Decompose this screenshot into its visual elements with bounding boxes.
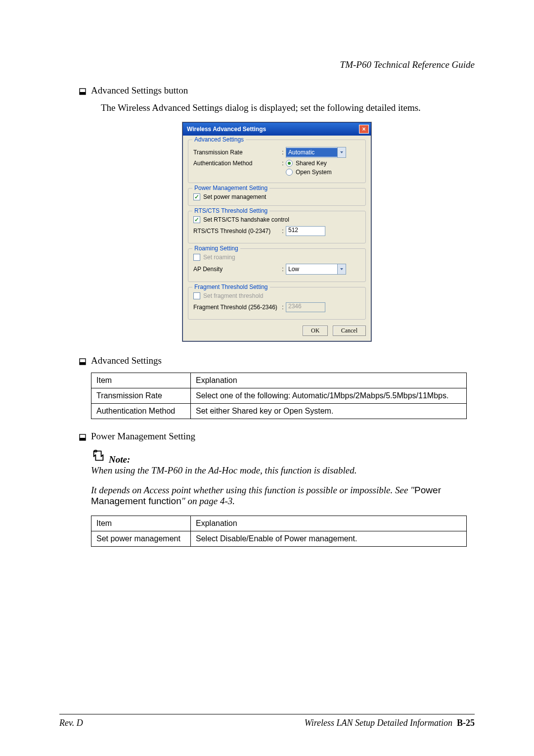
group-title: Roaming Setting <box>192 245 240 252</box>
select-value: Low <box>286 265 337 274</box>
header-item: Item <box>91 373 191 388</box>
radio-label: Open System <box>296 169 332 176</box>
group-power-management: Power Management Setting ✓ Set power man… <box>188 188 366 206</box>
rts-threshold-label: RTS/CTS Threshold (0-2347) <box>193 228 280 235</box>
chevron-down-icon <box>337 264 346 274</box>
note-icon <box>91 448 106 465</box>
checkbox-label: Set fragment threshold <box>203 292 263 299</box>
radio-shared-key[interactable]: Shared Key <box>286 160 327 167</box>
table-row: Set power management Select Disable/Enab… <box>91 531 467 547</box>
note2-post: " on page 4-3. <box>181 496 235 506</box>
checkbox-label: Set roaming <box>203 254 235 261</box>
cell-item: Transmission Rate <box>91 388 191 404</box>
footer-section: Wireless LAN Setup Detailed Information <box>305 718 452 728</box>
checkbox-set-roaming[interactable]: Set roaming <box>193 254 360 261</box>
select-value: Automatic <box>286 148 337 157</box>
transmission-rate-select[interactable]: Automatic <box>286 147 346 158</box>
cell-item: Authentication Method <box>91 404 191 419</box>
bullet-icon <box>79 355 86 368</box>
svg-rect-1 <box>80 92 86 94</box>
chevron-down-icon <box>337 147 346 157</box>
footer-page: B-25 <box>457 718 475 728</box>
group-fragment: Fragment Threshold Setting Set fragment … <box>188 287 366 320</box>
page-footer: Rev. D Wireless LAN Setup Detailed Infor… <box>59 718 475 728</box>
auth-method-label: Authentication Method <box>193 160 280 167</box>
cell-item: Set power management <box>91 531 191 547</box>
cancel-button[interactable]: Cancel <box>333 326 366 336</box>
radio-open-system[interactable]: Open System <box>286 169 332 176</box>
table-header-row: Item Explanation <box>91 516 467 531</box>
dialog-titlebar: Wireless Advanced Settings × <box>183 123 371 136</box>
bullet-icon <box>79 431 86 443</box>
fragment-threshold-label: Fragment Threshold (256-2346) <box>193 304 280 311</box>
transmission-rate-label: Transmission Rate <box>193 149 280 156</box>
power-management-table: Item Explanation Set power management Se… <box>91 516 467 547</box>
wireless-advanced-settings-dialog: Wireless Advanced Settings × Advanced Se… <box>182 122 371 341</box>
checkbox-label: Set power management <box>203 193 266 200</box>
rts-threshold-input[interactable]: 512 <box>286 226 325 236</box>
bullet-advanced-button: Advanced Settings button <box>79 85 475 97</box>
bullet-label: Power Management Setting <box>91 431 195 442</box>
ap-density-label: AP Density <box>193 266 280 273</box>
table-row: Transmission Rate Select one of the foll… <box>91 388 467 404</box>
table-header-row: Item Explanation <box>91 373 467 388</box>
dialog-title: Wireless Advanced Settings <box>187 126 266 133</box>
bullet-advanced-settings: Advanced Settings <box>79 355 475 368</box>
group-title: Fragment Threshold Setting <box>192 284 270 290</box>
close-button[interactable]: × <box>359 125 369 134</box>
checkbox-set-rts-cts[interactable]: ✓ Set RTS/CTS handshake control <box>193 216 360 223</box>
header-explanation: Explanation <box>191 373 467 388</box>
cell-explanation: Select Disable/Enable of Power managemen… <box>191 531 467 547</box>
advanced-settings-table: Item Explanation Transmission Rate Selec… <box>91 373 467 419</box>
bullet-icon <box>79 85 86 97</box>
section1-desc: The Wireless Advanced Settings dialog is… <box>101 102 475 113</box>
table-row: Authentication Method Set either Shared … <box>91 404 467 419</box>
group-rts-cts: RTS/CTS Threshold Setting ✓ Set RTS/CTS … <box>188 211 366 243</box>
fragment-threshold-input[interactable]: 2346 <box>286 302 325 312</box>
note-body-1: When using the TM-P60 in the Ad-Hoc mode… <box>91 465 475 476</box>
checkbox-set-fragment[interactable]: Set fragment threshold <box>193 292 360 299</box>
checkbox-set-power-management[interactable]: ✓ Set power management <box>193 193 360 200</box>
header-item: Item <box>91 516 191 531</box>
ap-density-select[interactable]: Low <box>286 264 346 275</box>
group-roaming: Roaming Setting Set roaming AP Density :… <box>188 248 366 282</box>
bullet-label: Advanced Settings <box>91 355 162 366</box>
svg-rect-5 <box>80 438 86 440</box>
group-advanced-settings: Advanced Settings Transmission Rate : Au… <box>188 140 366 183</box>
note2-pre: It depends on Access point whether using… <box>91 485 414 495</box>
group-title: Power Management Setting <box>192 185 269 191</box>
note-header: Note: <box>91 448 475 465</box>
document-title: TM-P60 Technical Reference Guide <box>79 59 475 70</box>
footer-rule <box>59 714 475 714</box>
footer-rev: Rev. D <box>59 718 83 728</box>
bullet-label: Advanced Settings button <box>91 85 188 96</box>
group-title: Advanced Settings <box>192 136 246 143</box>
checkbox-label: Set RTS/CTS handshake control <box>203 216 289 223</box>
bullet-power-management: Power Management Setting <box>79 431 475 443</box>
note-label: Note: <box>109 454 130 465</box>
cell-explanation: Set either Shared key or Open System. <box>191 404 467 419</box>
ok-button[interactable]: OK <box>303 326 328 336</box>
cell-explanation: Select one of the following: Automatic/1… <box>191 388 467 404</box>
note-body-2: It depends on Access point whether using… <box>91 485 475 507</box>
radio-label: Shared Key <box>296 160 327 167</box>
svg-rect-3 <box>80 362 86 365</box>
header-explanation: Explanation <box>191 516 467 531</box>
group-title: RTS/CTS Threshold Setting <box>192 207 269 214</box>
